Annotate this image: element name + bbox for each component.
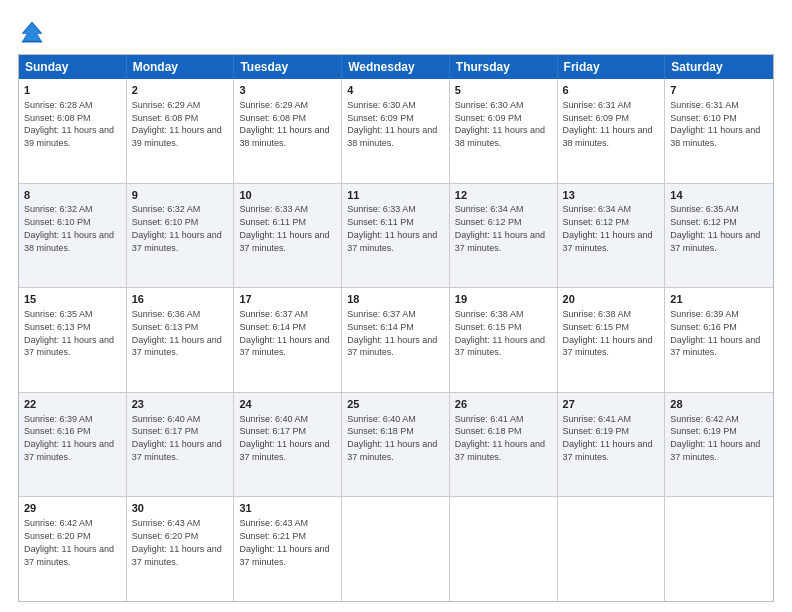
week-row-4: 22Sunrise: 6:39 AMSunset: 6:16 PMDayligh… [19,392,773,497]
logo [18,18,50,46]
day-detail: Sunrise: 6:29 AMSunset: 6:08 PMDaylight:… [132,100,222,148]
calendar: SundayMondayTuesdayWednesdayThursdayFrid… [18,54,774,602]
day-detail: Sunrise: 6:43 AMSunset: 6:20 PMDaylight:… [132,518,222,566]
day-number: 6 [563,83,660,98]
day-number: 28 [670,397,768,412]
day-cell-28: 28Sunrise: 6:42 AMSunset: 6:19 PMDayligh… [665,393,773,497]
day-detail: Sunrise: 6:40 AMSunset: 6:17 PMDaylight:… [132,414,222,462]
day-detail: Sunrise: 6:38 AMSunset: 6:15 PMDaylight:… [563,309,653,357]
header-day-sunday: Sunday [19,55,127,79]
day-cell-9: 9Sunrise: 6:32 AMSunset: 6:10 PMDaylight… [127,184,235,288]
day-number: 2 [132,83,229,98]
week-row-1: 1Sunrise: 6:28 AMSunset: 6:08 PMDaylight… [19,79,773,183]
day-detail: Sunrise: 6:32 AMSunset: 6:10 PMDaylight:… [132,204,222,252]
day-number: 27 [563,397,660,412]
day-number: 8 [24,188,121,203]
day-cell-15: 15Sunrise: 6:35 AMSunset: 6:13 PMDayligh… [19,288,127,392]
svg-marker-1 [23,23,41,41]
day-cell-10: 10Sunrise: 6:33 AMSunset: 6:11 PMDayligh… [234,184,342,288]
day-number: 5 [455,83,552,98]
day-cell-7: 7Sunrise: 6:31 AMSunset: 6:10 PMDaylight… [665,79,773,183]
day-number: 18 [347,292,444,307]
day-detail: Sunrise: 6:36 AMSunset: 6:13 PMDaylight:… [132,309,222,357]
week-row-3: 15Sunrise: 6:35 AMSunset: 6:13 PMDayligh… [19,287,773,392]
day-detail: Sunrise: 6:33 AMSunset: 6:11 PMDaylight:… [347,204,437,252]
day-detail: Sunrise: 6:33 AMSunset: 6:11 PMDaylight:… [239,204,329,252]
day-cell-3: 3Sunrise: 6:29 AMSunset: 6:08 PMDaylight… [234,79,342,183]
day-cell-5: 5Sunrise: 6:30 AMSunset: 6:09 PMDaylight… [450,79,558,183]
day-detail: Sunrise: 6:37 AMSunset: 6:14 PMDaylight:… [347,309,437,357]
day-number: 1 [24,83,121,98]
day-cell-8: 8Sunrise: 6:32 AMSunset: 6:10 PMDaylight… [19,184,127,288]
day-detail: Sunrise: 6:39 AMSunset: 6:16 PMDaylight:… [24,414,114,462]
day-cell-25: 25Sunrise: 6:40 AMSunset: 6:18 PMDayligh… [342,393,450,497]
calendar-body: 1Sunrise: 6:28 AMSunset: 6:08 PMDaylight… [19,79,773,601]
week-row-2: 8Sunrise: 6:32 AMSunset: 6:10 PMDaylight… [19,183,773,288]
empty-cell [342,497,450,601]
day-cell-18: 18Sunrise: 6:37 AMSunset: 6:14 PMDayligh… [342,288,450,392]
day-number: 15 [24,292,121,307]
day-number: 20 [563,292,660,307]
day-cell-22: 22Sunrise: 6:39 AMSunset: 6:16 PMDayligh… [19,393,127,497]
day-detail: Sunrise: 6:37 AMSunset: 6:14 PMDaylight:… [239,309,329,357]
day-detail: Sunrise: 6:41 AMSunset: 6:19 PMDaylight:… [563,414,653,462]
day-cell-2: 2Sunrise: 6:29 AMSunset: 6:08 PMDaylight… [127,79,235,183]
day-number: 31 [239,501,336,516]
day-cell-17: 17Sunrise: 6:37 AMSunset: 6:14 PMDayligh… [234,288,342,392]
day-number: 25 [347,397,444,412]
day-number: 14 [670,188,768,203]
header-day-saturday: Saturday [665,55,773,79]
page: SundayMondayTuesdayWednesdayThursdayFrid… [0,0,792,612]
empty-cell [450,497,558,601]
day-detail: Sunrise: 6:32 AMSunset: 6:10 PMDaylight:… [24,204,114,252]
day-cell-11: 11Sunrise: 6:33 AMSunset: 6:11 PMDayligh… [342,184,450,288]
day-number: 11 [347,188,444,203]
day-detail: Sunrise: 6:38 AMSunset: 6:15 PMDaylight:… [455,309,545,357]
day-number: 4 [347,83,444,98]
header-day-friday: Friday [558,55,666,79]
day-number: 7 [670,83,768,98]
day-number: 21 [670,292,768,307]
day-detail: Sunrise: 6:34 AMSunset: 6:12 PMDaylight:… [563,204,653,252]
day-cell-23: 23Sunrise: 6:40 AMSunset: 6:17 PMDayligh… [127,393,235,497]
day-number: 19 [455,292,552,307]
day-number: 17 [239,292,336,307]
day-cell-26: 26Sunrise: 6:41 AMSunset: 6:18 PMDayligh… [450,393,558,497]
calendar-header: SundayMondayTuesdayWednesdayThursdayFrid… [19,55,773,79]
day-cell-24: 24Sunrise: 6:40 AMSunset: 6:17 PMDayligh… [234,393,342,497]
day-detail: Sunrise: 6:42 AMSunset: 6:20 PMDaylight:… [24,518,114,566]
day-detail: Sunrise: 6:41 AMSunset: 6:18 PMDaylight:… [455,414,545,462]
day-number: 30 [132,501,229,516]
day-detail: Sunrise: 6:39 AMSunset: 6:16 PMDaylight:… [670,309,760,357]
day-number: 10 [239,188,336,203]
day-number: 16 [132,292,229,307]
day-cell-16: 16Sunrise: 6:36 AMSunset: 6:13 PMDayligh… [127,288,235,392]
day-cell-6: 6Sunrise: 6:31 AMSunset: 6:09 PMDaylight… [558,79,666,183]
week-row-5: 29Sunrise: 6:42 AMSunset: 6:20 PMDayligh… [19,496,773,601]
header-day-wednesday: Wednesday [342,55,450,79]
day-number: 13 [563,188,660,203]
day-cell-4: 4Sunrise: 6:30 AMSunset: 6:09 PMDaylight… [342,79,450,183]
header [18,18,774,46]
day-detail: Sunrise: 6:30 AMSunset: 6:09 PMDaylight:… [347,100,437,148]
day-cell-29: 29Sunrise: 6:42 AMSunset: 6:20 PMDayligh… [19,497,127,601]
day-number: 22 [24,397,121,412]
day-detail: Sunrise: 6:28 AMSunset: 6:08 PMDaylight:… [24,100,114,148]
empty-cell [665,497,773,601]
day-cell-1: 1Sunrise: 6:28 AMSunset: 6:08 PMDaylight… [19,79,127,183]
day-detail: Sunrise: 6:40 AMSunset: 6:18 PMDaylight:… [347,414,437,462]
day-number: 24 [239,397,336,412]
day-number: 26 [455,397,552,412]
logo-icon [18,18,46,46]
day-detail: Sunrise: 6:30 AMSunset: 6:09 PMDaylight:… [455,100,545,148]
day-number: 12 [455,188,552,203]
day-detail: Sunrise: 6:35 AMSunset: 6:12 PMDaylight:… [670,204,760,252]
day-detail: Sunrise: 6:43 AMSunset: 6:21 PMDaylight:… [239,518,329,566]
day-number: 3 [239,83,336,98]
day-number: 9 [132,188,229,203]
day-cell-13: 13Sunrise: 6:34 AMSunset: 6:12 PMDayligh… [558,184,666,288]
day-detail: Sunrise: 6:31 AMSunset: 6:10 PMDaylight:… [670,100,760,148]
day-cell-12: 12Sunrise: 6:34 AMSunset: 6:12 PMDayligh… [450,184,558,288]
day-cell-14: 14Sunrise: 6:35 AMSunset: 6:12 PMDayligh… [665,184,773,288]
day-cell-20: 20Sunrise: 6:38 AMSunset: 6:15 PMDayligh… [558,288,666,392]
